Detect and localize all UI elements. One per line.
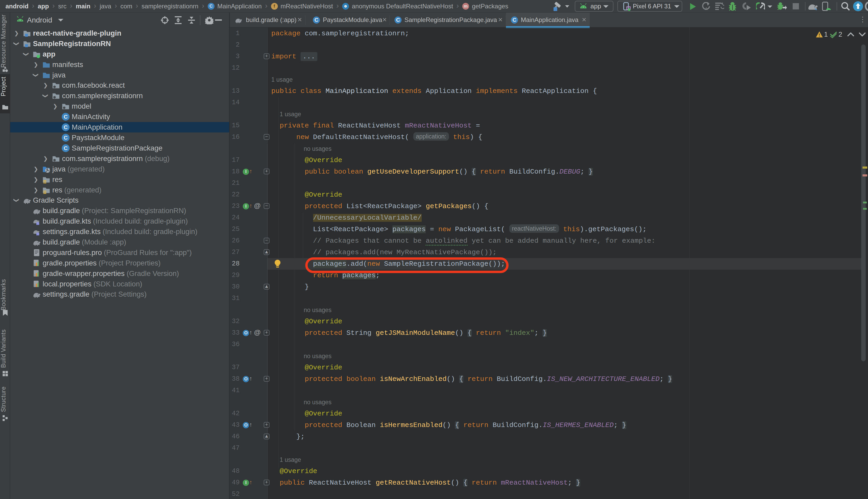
svg-text:A: A xyxy=(705,7,708,11)
